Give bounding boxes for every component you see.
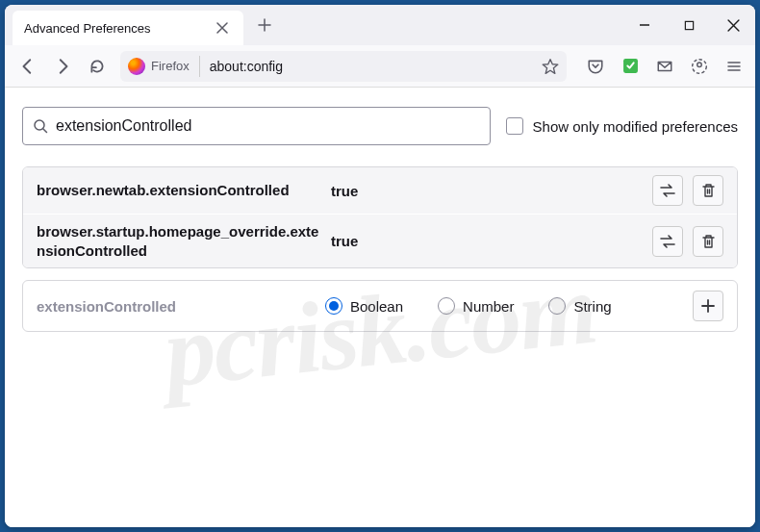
radio-label: String bbox=[573, 298, 611, 315]
svg-point-3 bbox=[697, 63, 702, 67]
pref-name: browser.newtab.extensionControlled bbox=[37, 181, 325, 200]
account-icon[interactable] bbox=[686, 53, 713, 80]
add-button[interactable] bbox=[693, 291, 723, 321]
window-controls bbox=[622, 5, 755, 45]
toggle-button[interactable] bbox=[652, 175, 683, 206]
tab-title: Advanced Preferences bbox=[24, 21, 213, 36]
delete-button[interactable] bbox=[693, 226, 723, 257]
results-table: browser.newtab.extensionControlled true … bbox=[22, 166, 738, 268]
pref-name: browser.startup.homepage_override.extens… bbox=[37, 222, 325, 260]
checkbox-box bbox=[506, 117, 523, 135]
radio-circle bbox=[548, 297, 566, 315]
title-bar: Advanced Preferences bbox=[5, 5, 755, 45]
pref-value: true bbox=[325, 233, 652, 249]
delete-button[interactable] bbox=[693, 175, 723, 206]
radio-number[interactable]: Number bbox=[438, 297, 514, 315]
search-box[interactable]: extensionControlled bbox=[22, 107, 491, 145]
search-input[interactable]: extensionControlled bbox=[56, 117, 480, 135]
type-radio-group: Boolean Number String bbox=[325, 297, 693, 315]
url-text: about:config bbox=[210, 59, 542, 74]
toolbar-icons bbox=[582, 53, 747, 80]
radio-circle bbox=[325, 297, 342, 315]
forward-button[interactable] bbox=[47, 51, 78, 82]
menu-button[interactable] bbox=[721, 53, 747, 80]
extension-icon[interactable] bbox=[617, 53, 644, 80]
radio-label: Boolean bbox=[350, 298, 403, 315]
identity-box[interactable]: Firefox bbox=[128, 56, 200, 77]
svg-rect-0 bbox=[685, 21, 693, 29]
pref-row[interactable]: browser.newtab.extensionControlled true bbox=[23, 167, 737, 214]
pref-value: true bbox=[325, 183, 652, 199]
reload-button[interactable] bbox=[82, 51, 113, 82]
identity-label: Firefox bbox=[151, 59, 190, 73]
page-content: extensionControlled Show only modified p… bbox=[5, 88, 755, 527]
browser-window: Advanced Preferences bbox=[5, 5, 755, 527]
pref-actions bbox=[652, 175, 723, 206]
add-pref-name: extensionControlled bbox=[37, 298, 325, 315]
search-row: extensionControlled Show only modified p… bbox=[22, 107, 738, 145]
bookmark-star-icon[interactable] bbox=[542, 58, 559, 75]
back-button[interactable] bbox=[13, 51, 43, 82]
radio-label: Number bbox=[463, 298, 514, 315]
radio-string[interactable]: String bbox=[548, 297, 611, 315]
new-tab-button[interactable] bbox=[251, 12, 278, 38]
mail-icon[interactable] bbox=[651, 53, 678, 80]
minimize-button[interactable] bbox=[622, 5, 667, 45]
url-bar[interactable]: Firefox about:config bbox=[120, 51, 567, 82]
show-modified-checkbox[interactable]: Show only modified preferences bbox=[506, 117, 738, 135]
pref-actions bbox=[652, 226, 723, 257]
radio-boolean[interactable]: Boolean bbox=[325, 297, 403, 315]
radio-circle bbox=[438, 297, 455, 315]
close-window-button[interactable] bbox=[711, 5, 755, 45]
navigation-bar: Firefox about:config bbox=[5, 45, 755, 88]
pocket-icon[interactable] bbox=[582, 53, 609, 80]
search-icon bbox=[33, 118, 48, 134]
maximize-button[interactable] bbox=[667, 5, 711, 45]
pref-row[interactable]: browser.startup.homepage_override.extens… bbox=[23, 214, 737, 267]
add-pref-row: extensionControlled Boolean Number Strin… bbox=[22, 280, 738, 332]
firefox-icon bbox=[128, 58, 145, 75]
close-tab-button[interactable] bbox=[213, 18, 232, 38]
show-modified-label: Show only modified preferences bbox=[533, 118, 738, 135]
browser-tab[interactable]: Advanced Preferences bbox=[13, 11, 243, 45]
toggle-button[interactable] bbox=[652, 226, 683, 257]
